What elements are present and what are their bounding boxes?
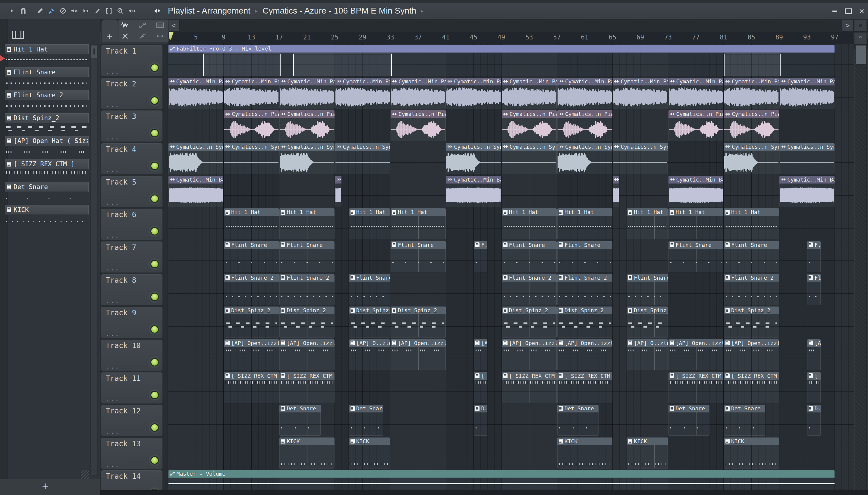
track-header[interactable]: Track 12...: [101, 405, 163, 436]
track-resize-dots[interactable]: ...: [106, 428, 120, 436]
pattern-clip[interactable]: [ S..M ]: [807, 372, 821, 403]
zoom-icon[interactable]: [115, 5, 126, 17]
pattern-clip[interactable]: KICK: [724, 438, 779, 468]
pattern-clip[interactable]: Hit 1 Hat: [224, 208, 279, 239]
pattern-title[interactable]: Flint Snare 2: [5, 90, 88, 100]
pattern-clip[interactable]: [AP] Open..izzle ): [224, 339, 279, 370]
pattern-clip[interactable]: F..re: [474, 241, 487, 272]
scroll-left-button[interactable]: <: [167, 19, 180, 32]
timeline-ruler[interactable]: 5913172125293337414549535761656973778185…: [167, 32, 853, 45]
picker-resize-grip[interactable]: [81, 470, 89, 479]
automation-clip[interactable]: Master - Volume: [168, 470, 835, 490]
audio-clip[interactable]: Cymatic..Min Pad: [557, 78, 612, 109]
track-mute-led[interactable]: [150, 162, 159, 170]
track-header[interactable]: Track 8...: [101, 274, 163, 306]
pattern-list-item[interactable]: [AP] Open Hat ( Sizzle ): [5, 136, 88, 158]
track-resize-dots[interactable]: ...: [106, 166, 120, 174]
preview-icon[interactable]: [126, 5, 137, 17]
track-header[interactable]: Track 1...: [101, 45, 163, 76]
pattern-clip[interactable]: KICK: [627, 438, 668, 468]
picker-scrollbar[interactable]: [91, 44, 98, 476]
add-playlist-tab[interactable]: +: [101, 19, 118, 43]
audio-clip[interactable]: Cymatic..Min Pad: [168, 78, 224, 109]
audio-clip[interactable]: Cymatics..n Synth: [780, 143, 835, 174]
track-header[interactable]: Track 5...: [101, 176, 163, 207]
slide-icon[interactable]: [136, 31, 149, 41]
pattern-clip[interactable]: [AP..): [474, 339, 487, 370]
audio-clip[interactable]: Cymatics..n Synth: [335, 143, 390, 174]
pattern-clip[interactable]: Hit 1 Hat: [502, 208, 557, 239]
track-resize-dots[interactable]: ...: [106, 199, 120, 207]
audio-clip[interactable]: Cymatics..n Synth: [502, 143, 557, 174]
pattern-clip[interactable]: Hit 1 Hat: [349, 208, 390, 239]
track-resize-dots[interactable]: ...: [106, 68, 120, 75]
pattern-clip[interactable]: [AP] Open..izzle ): [391, 339, 446, 370]
track-header[interactable]: Track 7...: [101, 241, 163, 273]
vertical-scrollbar-thumb[interactable]: [856, 45, 866, 65]
window-title-right[interactable]: Cymatics - Azure - 106 BPM E Min Synth: [263, 6, 416, 16]
pattern-list-item[interactable]: Flint Snare 2: [5, 90, 88, 112]
pattern-clip[interactable]: Flint Snare: [391, 241, 446, 272]
mute-icon[interactable]: [69, 5, 80, 17]
pattern-clip[interactable]: Flint Snare: [224, 241, 279, 272]
pattern-title[interactable]: Flint Snare: [5, 67, 88, 77]
pattern-clip[interactable]: KICK: [279, 438, 334, 468]
track-mute-led[interactable]: [150, 129, 159, 137]
audio-clip[interactable]: Cymatic..Min Pad: [724, 78, 779, 109]
pattern-clip[interactable]: Det Snare: [557, 405, 599, 436]
track-mute-led[interactable]: [150, 96, 159, 105]
track-mute-led[interactable]: [150, 194, 159, 203]
pattern-clip[interactable]: Dist Spinz_2: [502, 307, 557, 338]
pattern-clip[interactable]: Flint Snare 2: [627, 274, 668, 305]
panel-toggle-button[interactable]: [854, 19, 867, 32]
track-resize-dots[interactable]: ...: [106, 461, 120, 468]
track-mute-led[interactable]: [150, 423, 159, 432]
audio-clip[interactable]: Cymatic..Min Pad: [335, 78, 390, 109]
pattern-clip[interactable]: KICK: [349, 438, 390, 468]
pattern-list-item[interactable]: Hit 1 Hat: [5, 44, 88, 67]
track-header[interactable]: Track 13...: [101, 438, 163, 469]
playlist-grid[interactable]: FabFilter Pro-Q 3 - Mix levelCymatic..Mi…: [167, 44, 854, 490]
pattern-list-item[interactable]: Det Snare: [5, 182, 88, 204]
pattern-clip[interactable]: [AP] O..zle ): [349, 339, 390, 370]
pattern-clip[interactable]: Dist Spinz_2: [279, 307, 334, 338]
track-mute-led[interactable]: [150, 391, 159, 399]
pattern-list-item[interactable]: Dist Spinz_2: [5, 113, 88, 136]
pattern-clip[interactable]: [ SIZZ REX CTM ]: [557, 372, 612, 403]
pattern-clip[interactable]: Hit 1 Hat: [557, 208, 612, 239]
audio-clip[interactable]: Cymatic..Min Pad: [613, 78, 668, 109]
audio-clip[interactable]: ..: [335, 176, 342, 207]
picker-panel-icon[interactable]: [12, 31, 24, 39]
audio-clip[interactable]: Cymatic..Min Bass: [780, 176, 835, 207]
audio-clip[interactable]: Cymatics..n Piano: [557, 110, 612, 141]
audio-clip[interactable]: Cymatics..n Piano: [724, 110, 779, 141]
automation-clip[interactable]: FabFilter Pro-Q 3 - Mix level: [168, 45, 835, 76]
pencil-icon[interactable]: [34, 5, 46, 17]
pattern-clip[interactable]: Flint Snare 2: [279, 274, 334, 305]
track-mute-led[interactable]: [150, 64, 159, 72]
audio-clip[interactable]: Cymatic..Min Pad: [391, 78, 446, 109]
pattern-clip[interactable]: Dist Spinz_2: [224, 307, 279, 338]
audio-clip[interactable]: Cymatic..Min Pad: [279, 78, 334, 109]
audio-clip[interactable]: Cymatics..n Piano: [224, 110, 279, 141]
pattern-title[interactable]: Det Snare: [5, 182, 88, 192]
pattern-clip[interactable]: Hit 1 Hat: [669, 208, 724, 239]
pattern-clip[interactable]: Flint Snare: [724, 241, 779, 272]
pattern-clip[interactable]: Dist Spinz_2: [627, 307, 668, 338]
add-pattern-button[interactable]: +: [36, 479, 54, 493]
scroll-up-button[interactable]: ^: [854, 32, 867, 44]
audio-clip[interactable]: Cymatic..Min Pad: [224, 78, 279, 109]
stretch-icon[interactable]: [80, 5, 92, 17]
pattern-clip[interactable]: [ SIZZ REX CTM ]: [669, 372, 724, 403]
pattern-clip[interactable]: Flint Snare 2: [724, 274, 779, 305]
pattern-clip[interactable]: Flint Snare 2: [224, 274, 279, 305]
picker-scrollbar-thumb[interactable]: [91, 45, 97, 58]
pattern-clip[interactable]: [ SIZZ REX CTM ]: [224, 372, 279, 403]
pattern-title[interactable]: Hit 1 Hat: [5, 44, 88, 54]
pattern-clip[interactable]: Dist Spinz_2: [557, 307, 612, 338]
pattern-clip[interactable]: Hit 1 Hat: [279, 208, 334, 239]
pattern-clip[interactable]: Hit 1 Hat: [627, 208, 668, 239]
pattern-clip[interactable]: Hit 1 Hat: [724, 208, 779, 239]
track-resize-dots[interactable]: ...: [106, 232, 120, 239]
track-resize-dots[interactable]: ...: [106, 133, 120, 141]
